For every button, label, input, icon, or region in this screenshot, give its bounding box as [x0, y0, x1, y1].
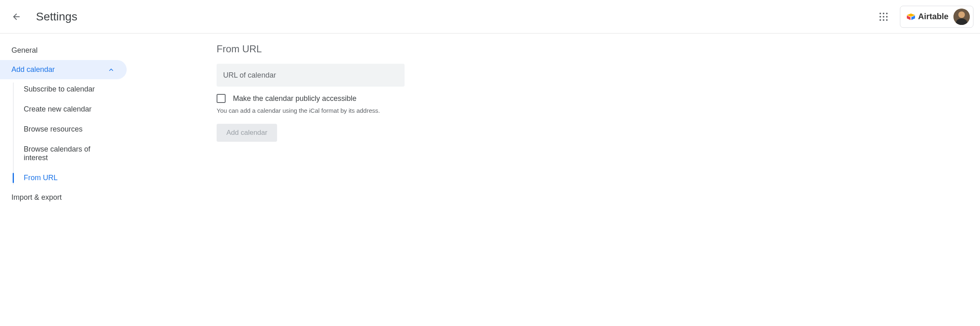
airtable-icon	[906, 13, 916, 21]
content: General Add calendar Subscribe to calend…	[0, 33, 980, 207]
sidebar-item-label: General	[11, 46, 38, 55]
sub-items: Subscribe to calendar Create new calenda…	[0, 79, 127, 188]
add-calendar-button[interactable]: Add calendar	[217, 124, 277, 142]
sidebar-item-general[interactable]: General	[0, 41, 127, 60]
chevron-up-icon	[107, 66, 115, 74]
subitem-label: From URL	[24, 174, 58, 182]
back-button[interactable]	[7, 7, 26, 27]
sidebar-item-add-calendar[interactable]: Add calendar	[0, 60, 127, 79]
header-left: Settings	[7, 7, 77, 27]
apps-button[interactable]	[874, 7, 893, 27]
sidebar-item-import-export[interactable]: Import & export	[0, 188, 127, 207]
arrow-back-icon	[11, 12, 21, 22]
section-title: From URL	[217, 43, 980, 55]
account-label: Airtable	[918, 12, 949, 21]
header-right: Airtable	[874, 6, 973, 28]
main: From URL Make the calendar publicly acce…	[127, 41, 980, 207]
avatar-image	[953, 9, 970, 25]
sidebar-subitem-subscribe[interactable]: Subscribe to calendar	[11, 79, 127, 99]
public-checkbox[interactable]	[217, 94, 226, 103]
checkbox-row: Make the calendar publicly accessible	[217, 94, 980, 103]
sidebar-item-label: Add calendar	[11, 65, 55, 74]
subitem-label: Browse resources	[24, 125, 83, 133]
subitem-label: Subscribe to calendar	[24, 85, 95, 93]
sidebar-subitem-from-url[interactable]: From URL	[11, 168, 127, 188]
help-text: You can add a calendar using the iCal fo…	[217, 107, 980, 114]
svg-point-4	[958, 11, 965, 18]
avatar[interactable]	[953, 9, 970, 25]
subitem-label: Browse calendars of interest	[24, 145, 90, 162]
sidebar: General Add calendar Subscribe to calend…	[0, 41, 127, 207]
sidebar-subitem-create-new[interactable]: Create new calendar	[11, 99, 127, 119]
url-input[interactable]	[217, 64, 405, 87]
sidebar-subitem-browse-resources[interactable]: Browse resources	[11, 119, 127, 139]
checkbox-label: Make the calendar publicly accessible	[233, 94, 356, 103]
account-section[interactable]: Airtable	[900, 6, 973, 28]
airtable-logo: Airtable	[906, 12, 949, 21]
sidebar-subitem-browse-interest[interactable]: Browse calendars of interest	[11, 139, 127, 168]
header: Settings Airtable	[0, 0, 980, 33]
page-title: Settings	[36, 10, 77, 23]
subitem-label: Create new calendar	[24, 105, 92, 113]
sidebar-item-label: Import & export	[11, 193, 62, 202]
apps-grid-icon	[879, 13, 888, 21]
